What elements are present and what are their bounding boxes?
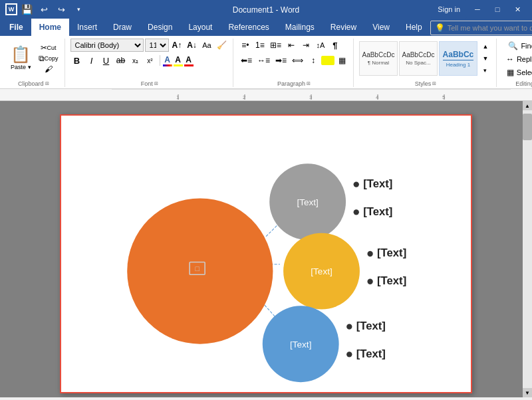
title-bar: W 💾 ↩ ↪ ▾ Document1 - Word Sign in ─ □ ✕: [0, 0, 532, 19]
vertical-scrollbar[interactable]: ▲ ▼: [523, 101, 532, 397]
cut-button[interactable]: ✂ Cut: [37, 43, 61, 53]
highlight-color-button[interactable]: A: [174, 55, 183, 66]
styles-more-button[interactable]: ▾: [479, 65, 492, 76]
ribbon-group-paragraph: ≡• 1≡ ⊞≡ ⇤ ⇥ ↕A ¶ ⬅≡ ↔≡ ➡≡ ⟺ ↕ ▦ Paragra…: [235, 39, 354, 87]
tab-view[interactable]: View: [364, 19, 398, 36]
align-right-button[interactable]: ➡≡: [273, 54, 289, 67]
line-spacing-button[interactable]: ↕: [307, 54, 320, 67]
clipboard-label: Clipboard ⧆: [18, 78, 49, 87]
tab-file[interactable]: File: [1, 19, 31, 36]
find-icon: 🔍: [508, 41, 518, 50]
borders-button[interactable]: ▦: [336, 54, 349, 67]
editing-label: Editing: [515, 79, 532, 87]
justify-button[interactable]: ⟺: [290, 54, 305, 67]
style-nospace-preview: AaBbCcDc: [402, 51, 434, 58]
ruler: 1 2 3 4 5: [0, 89, 532, 101]
font-color-button[interactable]: A: [184, 55, 194, 66]
styles-expand-icon[interactable]: ⧆: [432, 80, 436, 87]
font-size-select[interactable]: 11: [145, 39, 169, 52]
scroll-up-button[interactable]: ▲: [523, 101, 532, 110]
scroll-thumb[interactable]: [523, 114, 532, 140]
style-normal[interactable]: AaBbCcDc ¶ Normal: [359, 41, 398, 76]
svg-point-27: [367, 251, 372, 256]
tab-insert[interactable]: Insert: [69, 19, 105, 36]
font-group-content: Calibri (Body) 11 A↑ A↓ Aa 🧹 B I U ab x₂…: [70, 39, 229, 78]
tab-references[interactable]: References: [220, 19, 277, 36]
numbering-button[interactable]: 1≡: [253, 39, 267, 52]
underline-button[interactable]: U: [100, 54, 113, 67]
close-button[interactable]: ✕: [508, 0, 527, 19]
scroll-track[interactable]: [523, 110, 532, 388]
svg-point-33: [346, 351, 352, 357]
style-nospace-label: No Spac...: [406, 60, 430, 66]
tab-layout[interactable]: Layout: [180, 19, 220, 36]
superscript-button[interactable]: x²: [144, 54, 157, 67]
clipboard-expand-icon[interactable]: ⧆: [45, 80, 49, 87]
subscript-button[interactable]: x₂: [129, 54, 142, 67]
lightbulb-icon: 💡: [435, 23, 445, 33]
font-family-select[interactable]: Calibri (Body): [70, 39, 144, 52]
minimize-button[interactable]: ─: [468, 0, 487, 19]
multilevel-list-button[interactable]: ⊞≡: [268, 39, 283, 52]
shading-button[interactable]: [321, 56, 334, 65]
increase-indent-button[interactable]: ⇥: [299, 39, 313, 52]
increase-font-button[interactable]: A↑: [170, 39, 184, 52]
customize-quick-access-button[interactable]: ▾: [70, 1, 86, 17]
restore-button[interactable]: □: [488, 0, 507, 19]
bullets-button[interactable]: ≡•: [239, 39, 252, 52]
tab-mailings[interactable]: Mailings: [277, 19, 323, 36]
show-para-button[interactable]: ¶: [329, 39, 342, 52]
scroll-down-button[interactable]: ▼: [523, 388, 532, 397]
style-normal-preview: AaBbCcDc: [362, 51, 394, 58]
styles-scroll-up[interactable]: ▲: [479, 41, 492, 52]
replace-icon: ↔: [506, 54, 514, 64]
select-button[interactable]: ▦ Select ▾: [503, 66, 532, 78]
tab-design[interactable]: Design: [140, 19, 180, 36]
align-center-button[interactable]: ↔≡: [255, 54, 272, 67]
undo-button[interactable]: ↩: [36, 1, 52, 17]
text-effects-button[interactable]: A: [163, 55, 172, 66]
svg-text:□: □: [195, 265, 200, 272]
style-heading1-label: Heading 1: [446, 62, 470, 68]
document-area: □ [Text] [Text] [Text] [Text] [Text] [Te…: [0, 101, 532, 397]
format-painter-button[interactable]: 🖌: [37, 64, 61, 74]
style-no-spacing[interactable]: AaBbCcDc No Spac...: [399, 41, 438, 76]
paste-button[interactable]: 📋 Paste ▾: [7, 41, 35, 76]
ribbon-group-styles: AaBbCcDc ¶ Normal AaBbCcDc No Spac... Aa…: [355, 39, 497, 87]
sort-button[interactable]: ↕A: [314, 39, 327, 52]
paste-icon: 📋: [11, 47, 31, 62]
tab-help[interactable]: Help: [398, 19, 430, 36]
tab-home[interactable]: Home: [31, 19, 69, 36]
redo-button[interactable]: ↪: [53, 1, 69, 17]
styles-scroll-down[interactable]: ▼: [479, 53, 492, 64]
styles-scroll-controls: ▲ ▼ ▾: [479, 41, 492, 76]
paragraph-expand-icon[interactable]: ⧆: [307, 80, 311, 87]
replace-button[interactable]: ↔ Replace: [502, 53, 532, 65]
copy-button[interactable]: ⧉ Copy: [37, 53, 61, 64]
strikethrough-button[interactable]: ab: [114, 54, 128, 67]
ribbon-group-editing: 🔍 Find ▾ ↔ Replace ▦ Select ▾ Editing: [498, 39, 532, 87]
editing-group-content: 🔍 Find ▾ ↔ Replace ▦ Select ▾: [502, 39, 532, 79]
font-family-row: Calibri (Body) 11 A↑ A↓ Aa 🧹: [70, 39, 229, 52]
tell-me-input[interactable]: 💡 Tell me what you want to do: [430, 21, 532, 35]
decrease-font-button[interactable]: A↓: [185, 39, 199, 52]
svg-point-31: [346, 324, 352, 329]
save-quick-access-button[interactable]: 💾: [19, 1, 35, 17]
italic-button[interactable]: I: [85, 54, 98, 67]
signin-button[interactable]: Sign in: [431, 0, 467, 19]
tab-draw[interactable]: Draw: [105, 19, 140, 36]
change-case-button[interactable]: Aa: [200, 39, 213, 52]
tab-review[interactable]: Review: [323, 19, 364, 36]
svg-point-23: [354, 181, 359, 187]
clear-formatting-button[interactable]: 🧹: [215, 39, 229, 52]
decrease-indent-button[interactable]: ⇤: [285, 39, 298, 52]
style-heading1[interactable]: AaBbCc Heading 1: [439, 41, 477, 76]
find-button[interactable]: 🔍 Find ▾: [504, 40, 532, 52]
styles-group-content: AaBbCcDc ¶ Normal AaBbCcDc No Spac... Aa…: [359, 39, 492, 78]
title-bar-text: Document1 - Word: [233, 5, 299, 15]
align-left-button[interactable]: ⬅≡: [239, 54, 254, 67]
font-expand-icon[interactable]: ⧆: [154, 80, 158, 87]
svg-text:1: 1: [176, 94, 180, 100]
bold-button[interactable]: B: [70, 54, 84, 67]
svg-text:[Text]: [Text]: [377, 247, 406, 259]
